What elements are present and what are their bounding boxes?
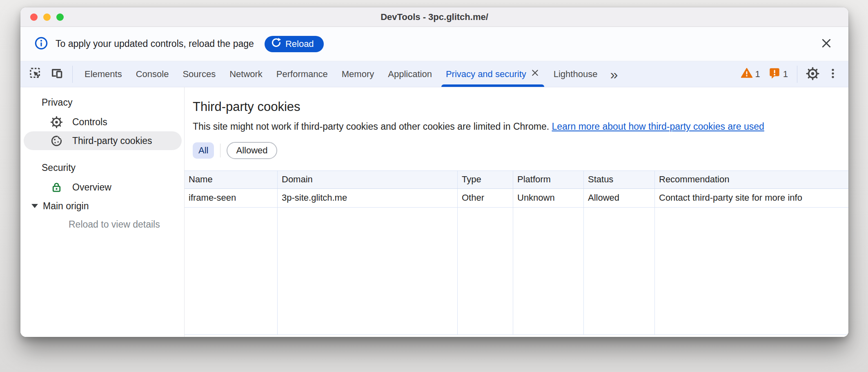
window-title: DevTools - 3pc.glitch.me/ [381, 12, 488, 22]
selected-tab-indicator [441, 84, 544, 87]
column-header-status[interactable]: Status [584, 171, 655, 188]
zoom-window-button[interactable] [56, 13, 64, 21]
toolbar-divider [797, 66, 797, 83]
page-description: This site might not work if third-party … [193, 121, 840, 132]
column-header-recommendation[interactable]: Recommendation [655, 171, 848, 188]
cell-recommendation: Contact third-party site for more info [655, 189, 848, 207]
more-options-button[interactable] [823, 67, 843, 81]
tab-close-icon[interactable] [530, 68, 540, 80]
sidebar-item-controls[interactable]: Controls [24, 113, 182, 131]
reload-infobar: To apply your updated controls, reload t… [20, 27, 848, 61]
more-tabs-button[interactable]: » [604, 67, 623, 81]
settings-button[interactable] [802, 67, 823, 82]
column-header-type[interactable]: Type [458, 171, 513, 188]
tab-label: Sources [183, 69, 216, 80]
reload-button-label: Reload [285, 39, 314, 49]
tab-label: Console [136, 69, 169, 80]
cell-type: Other [458, 189, 513, 207]
issues-bubble-icon [768, 67, 781, 82]
tab-label: Performance [276, 69, 328, 80]
tab-label: Application [388, 69, 432, 80]
tab-performance[interactable]: Performance [269, 61, 335, 87]
table-filler [185, 208, 848, 334]
panel-tabs: ElementsConsoleSourcesNetworkPerformance… [78, 61, 604, 87]
titlebar: DevTools - 3pc.glitch.me/ [20, 7, 848, 27]
infobar-close-button[interactable] [820, 37, 833, 51]
info-icon [34, 36, 48, 52]
cell-name: iframe-seen [185, 189, 278, 207]
toolbar-divider [72, 66, 73, 83]
tab-elements[interactable]: Elements [78, 61, 129, 87]
sidebar-item-label: Main origin [43, 201, 89, 212]
sidebar-item-overview[interactable]: Overview [24, 178, 182, 197]
filler-cell [513, 208, 584, 334]
tab-privacy-and-security[interactable]: Privacy and security [439, 61, 547, 87]
gear-icon [50, 116, 63, 128]
tab-memory[interactable]: Memory [335, 61, 381, 87]
close-window-button[interactable] [30, 13, 38, 21]
tab-console[interactable]: Console [129, 61, 176, 87]
sidebar-section-privacy: Privacy [20, 95, 184, 109]
column-header-platform[interactable]: Platform [513, 171, 584, 188]
tab-sources[interactable]: Sources [176, 61, 223, 87]
double-chevron-right-icon: » [610, 66, 618, 82]
minimize-window-button[interactable] [43, 13, 51, 21]
description-text: This site might not work if third-party … [193, 121, 549, 132]
third-party-cookies-panel: Third-party cookies This site might not … [185, 87, 848, 337]
tab-label: Privacy and security [446, 69, 526, 80]
cookie-icon [50, 135, 63, 147]
warning-count: 1 [755, 69, 760, 80]
column-header-name[interactable]: Name [185, 171, 278, 188]
sidebar-item-third-party-cookies[interactable]: Third-party cookies [24, 131, 182, 150]
table-header-row: NameDomainTypePlatformStatusRecommendati… [185, 171, 848, 189]
lock-icon [50, 181, 63, 194]
column-header-domain[interactable]: Domain [278, 171, 458, 188]
issue-count: 1 [783, 69, 788, 80]
table-row[interactable]: iframe-seen3p-site.glitch.meOtherUnknown… [185, 189, 848, 208]
warnings-counter[interactable]: 1 [737, 67, 764, 82]
filler-cell [458, 208, 513, 334]
reload-to-view-note: Reload to view details [20, 215, 184, 233]
tab-label: Lighthouse [554, 69, 598, 80]
device-toolbar-button[interactable] [46, 66, 67, 82]
tab-application[interactable]: Application [381, 61, 439, 87]
reload-button[interactable]: Reload [265, 36, 324, 52]
traffic-lights [30, 13, 64, 21]
reload-icon [271, 37, 282, 51]
sidebar-item-label: Third-party cookies [72, 135, 152, 146]
filter-all-chip[interactable]: All [193, 142, 214, 159]
tab-label: Elements [85, 69, 122, 80]
filler-cell [655, 208, 848, 334]
filter-allowed-chip[interactable]: Allowed [227, 142, 277, 159]
close-icon [820, 37, 833, 51]
sidebar-section-security: Security [20, 161, 184, 175]
table-body: iframe-seen3p-site.glitch.meOtherUnknown… [185, 189, 848, 208]
inspect-element-button[interactable] [25, 67, 46, 82]
kebab-menu-icon [827, 67, 839, 81]
gear-icon [806, 67, 819, 82]
tab-label: Network [229, 69, 263, 80]
cell-domain: 3p-site.glitch.me [278, 189, 458, 207]
device-toolbar-icon [50, 66, 64, 82]
filter-chips: All Allowed [193, 142, 848, 159]
filler-cell [584, 208, 655, 334]
cookies-table: NameDomainTypePlatformStatusRecommendati… [185, 170, 848, 335]
warning-triangle-icon [741, 67, 753, 82]
chip-divider [220, 144, 220, 157]
devtools-window: DevTools - 3pc.glitch.me/ To apply your … [20, 7, 848, 337]
panel-content: Privacy Controls Third-party cookies Sec… [20, 87, 848, 337]
issues-counter[interactable]: 1 [764, 67, 792, 82]
page-title: Third-party cookies [193, 100, 848, 114]
filler-cell [185, 208, 278, 334]
learn-more-link[interactable]: Learn more about how third-party cookies… [552, 121, 764, 132]
privacy-security-sidebar: Privacy Controls Third-party cookies Sec… [20, 87, 185, 337]
sidebar-item-label: Overview [72, 182, 111, 193]
tab-network[interactable]: Network [223, 61, 269, 87]
tab-lighthouse[interactable]: Lighthouse [547, 61, 605, 87]
sidebar-item-main-origin[interactable]: Main origin [20, 197, 184, 215]
cell-platform: Unknown [513, 189, 584, 207]
toolbar-right-cluster: 1 1 [737, 66, 843, 83]
triangle-down-icon [31, 204, 38, 208]
filler-cell [278, 208, 458, 334]
cell-status: Allowed [584, 189, 655, 207]
